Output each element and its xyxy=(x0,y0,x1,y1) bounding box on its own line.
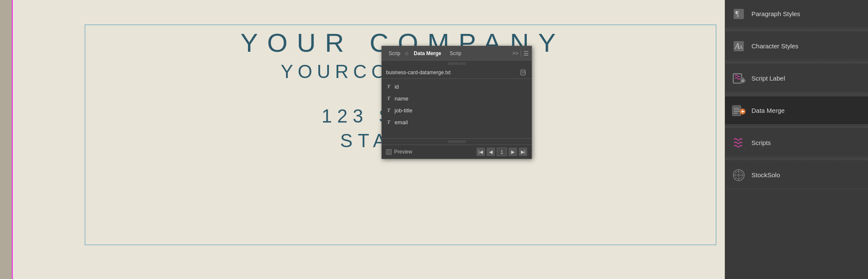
script-label-text: Script Label xyxy=(751,75,785,82)
sidebar-item-scripts[interactable]: Scripts xyxy=(725,129,868,157)
svg-text:¶: ¶ xyxy=(735,10,739,18)
stocksolo-label: StockSolo xyxy=(751,171,780,179)
paragraph-styles-icon: ¶ xyxy=(731,6,746,22)
field-type-icon-name: T xyxy=(387,95,390,102)
nav-page-number[interactable]: 1 xyxy=(497,148,507,156)
field-type-icon-id: T xyxy=(387,83,390,90)
field-email[interactable]: T email xyxy=(382,116,531,128)
nav-last-button[interactable]: ▶| xyxy=(519,148,527,156)
divider-5 xyxy=(725,158,868,160)
panel-tabs: Scrip ◇ Data Merge Scrip >> | ☰ xyxy=(382,46,531,61)
paragraph-styles-label: Paragraph Styles xyxy=(751,10,800,17)
divider-1 xyxy=(725,29,868,31)
file-name-text: business-card-datamerge.txt xyxy=(386,70,520,75)
sidebar-item-script-label[interactable]: ab Script Label xyxy=(725,64,868,92)
tab-data-merge[interactable]: Data Merge xyxy=(409,49,445,58)
drag-handle-bottom xyxy=(448,140,465,143)
tab-arrow: ◇ xyxy=(405,51,409,56)
field-name-name: name xyxy=(395,95,409,102)
field-type-icon-jobtitle: T xyxy=(387,107,390,114)
nav-next-button[interactable]: ▶ xyxy=(509,148,517,156)
drag-handle xyxy=(448,62,465,65)
right-panel: ¶ Paragraph Styles A A Character Styles … xyxy=(725,0,868,279)
svg-rect-11 xyxy=(732,106,741,116)
data-merge-floating-panel: Scrip ◇ Data Merge Scrip >> | ☰ business… xyxy=(381,46,532,159)
field-id[interactable]: T id xyxy=(382,81,531,92)
field-job-title[interactable]: T job-title xyxy=(382,104,531,116)
sidebar-item-data-merge[interactable]: Data Merge xyxy=(725,97,868,125)
file-row: business-card-datamerge.txt xyxy=(382,67,531,79)
tab-menu-icon[interactable]: ☰ xyxy=(523,50,529,57)
preview-nav: |◀ ◀ 1 ▶ ▶| xyxy=(476,148,527,156)
data-fields-list: T id T name T job-title T email xyxy=(382,79,531,138)
canvas-page: YOUR COMPANY YOURCOMPANY@W 123 STREET ST… xyxy=(13,0,725,279)
character-styles-icon: A A xyxy=(731,39,746,54)
character-styles-label: Character Styles xyxy=(751,42,798,50)
file-link-icon[interactable] xyxy=(520,69,527,76)
sidebar-item-paragraph-styles[interactable]: ¶ Paragraph Styles xyxy=(725,0,868,28)
preview-label: Preview xyxy=(394,149,474,155)
field-name[interactable]: T name xyxy=(382,92,531,104)
data-merge-icon xyxy=(731,103,746,118)
preview-checkbox[interactable] xyxy=(386,149,392,155)
svg-rect-0 xyxy=(521,70,525,75)
field-name-jobtitle: job-title xyxy=(395,107,412,114)
script-label-icon: ab xyxy=(731,71,746,86)
nav-first-button[interactable]: |◀ xyxy=(476,148,485,156)
tab-more[interactable]: >> xyxy=(512,50,518,56)
data-merge-label: Data Merge xyxy=(751,107,785,114)
svg-text:ab: ab xyxy=(741,78,746,83)
scripts-label: Scripts xyxy=(751,139,771,146)
nav-prev-button[interactable]: ◀ xyxy=(487,148,495,156)
tab-scrip-2[interactable]: Scrip xyxy=(445,49,465,58)
tab-divider: | xyxy=(520,50,522,57)
field-name-email: email xyxy=(395,119,408,126)
sidebar-item-character-styles[interactable]: A A Character Styles xyxy=(725,32,868,60)
field-type-icon-email: T xyxy=(387,119,390,126)
sidebar-item-stocksolo[interactable]: StockSolo xyxy=(725,161,868,189)
tab-scrip-1[interactable]: Scrip xyxy=(384,49,404,58)
left-ruler xyxy=(0,0,13,279)
divider-3 xyxy=(725,93,868,96)
svg-text:A: A xyxy=(739,44,743,50)
field-name-id: id xyxy=(395,84,399,90)
preview-bar: Preview |◀ ◀ 1 ▶ ▶| xyxy=(382,145,531,159)
stocksolo-icon xyxy=(731,167,746,183)
scripts-icon xyxy=(731,135,746,151)
divider-2 xyxy=(725,61,868,64)
divider-4 xyxy=(725,126,868,128)
canvas-area: YOUR COMPANY YOURCOMPANY@W 123 STREET ST… xyxy=(0,0,725,279)
